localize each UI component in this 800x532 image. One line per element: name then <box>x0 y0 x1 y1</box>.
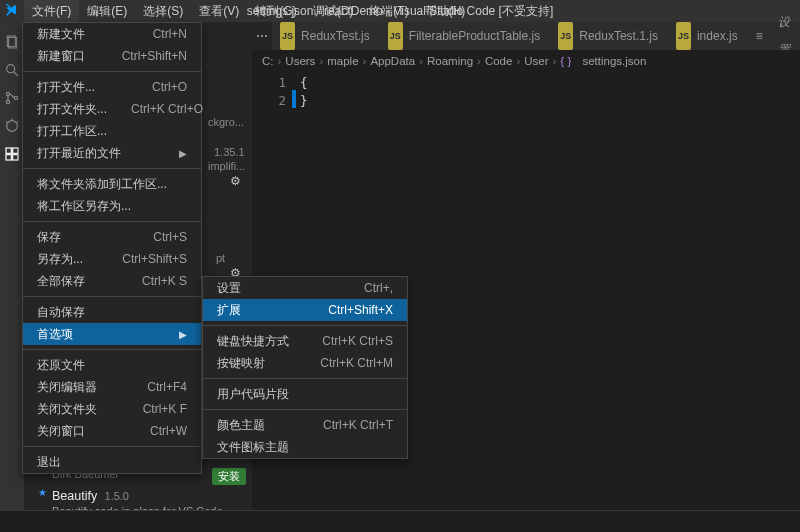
crumb[interactable]: User <box>524 55 548 67</box>
menu-row[interactable]: 打开文件夹...Ctrl+K Ctrl+O <box>23 98 201 120</box>
menu-row[interactable]: 将文件夹添加到工作区... <box>23 173 201 195</box>
crumb[interactable]: Code <box>485 55 513 67</box>
menu-shortcut: Ctrl+F4 <box>147 380 187 394</box>
menu-row-label: 自动保存 <box>37 304 85 321</box>
more-tabs-icon[interactable]: ⋯ <box>252 22 272 50</box>
menu-shortcut: Ctrl+Shift+N <box>122 49 187 63</box>
code-line: } <box>300 92 308 110</box>
settings-icon: ≡ <box>756 22 763 50</box>
menu-row-label: 打开文件... <box>37 79 95 96</box>
menu-shortcut: Ctrl+K Ctrl+S <box>322 334 393 348</box>
submenu-arrow-icon: ▶ <box>179 148 187 159</box>
line-number: 2 <box>252 92 286 110</box>
star-icon: ★ <box>38 487 47 498</box>
menu-row[interactable]: 还原文件 <box>23 354 201 376</box>
crumb[interactable]: { } settings.json <box>560 55 646 67</box>
menu-row-label: 按键映射 <box>217 355 265 372</box>
menu-row[interactable]: 用户代码片段 <box>203 383 407 405</box>
crumb[interactable]: Roaming <box>427 55 473 67</box>
crumb[interactable]: Users <box>285 55 315 67</box>
menu-row[interactable]: 新建文件Ctrl+N <box>23 23 201 45</box>
crumb[interactable]: C: <box>262 55 274 67</box>
menu-row-label: 键盘快捷方式 <box>217 333 289 350</box>
menu-row[interactable]: 设置Ctrl+, <box>203 277 407 299</box>
svg-line-3 <box>14 72 18 76</box>
code-content[interactable]: { } <box>300 74 308 110</box>
activity-debug-icon[interactable] <box>0 112 24 140</box>
tab[interactable]: JSReduxTest.1.js <box>550 22 668 50</box>
tab-settings[interactable]: ≡ 设置 <box>748 22 800 50</box>
menu-row[interactable]: 关闭编辑器Ctrl+F4 <box>23 376 201 398</box>
menu-row[interactable]: 保存Ctrl+S <box>23 226 201 248</box>
svg-point-2 <box>7 65 15 73</box>
crumb[interactable]: maple <box>327 55 358 67</box>
svg-point-4 <box>6 92 9 95</box>
js-icon: JS <box>676 22 691 50</box>
menu-row[interactable]: 全部保存Ctrl+K S <box>23 270 201 292</box>
tab-label: ReduxTest.js <box>301 22 370 50</box>
menu-row-label: 新建窗口 <box>37 48 85 65</box>
menu-row-label: 将工作区另存为... <box>37 198 131 215</box>
tab[interactable]: JSReduxTest.js <box>272 22 380 50</box>
menu-row[interactable]: 打开文件...Ctrl+O <box>23 76 201 98</box>
menu-row-label: 用户代码片段 <box>217 386 289 403</box>
menu-terminal[interactable]: 终端(T) <box>361 0 416 22</box>
menu-row[interactable]: 首选项▶ <box>23 323 201 345</box>
menu-row-label: 保存 <box>37 229 61 246</box>
menu-shortcut: Ctrl+K Ctrl+O <box>131 102 203 116</box>
menu-row[interactable]: 按键映射Ctrl+K Ctrl+M <box>203 352 407 374</box>
activity-scm-icon[interactable] <box>0 84 24 112</box>
menu-row[interactable]: 关闭文件夹Ctrl+K F <box>23 398 201 420</box>
menu-shortcut: Ctrl+Shift+X <box>328 303 393 317</box>
menu-file[interactable]: 文件(F) <box>24 0 79 22</box>
menu-row[interactable]: 扩展Ctrl+Shift+X <box>203 299 407 321</box>
js-icon: JS <box>558 22 573 50</box>
title-bar: 文件(F) 编辑(E) 选择(S) 查看(V) 转到(G) 调试(D) 终端(T… <box>0 0 800 22</box>
menu-row-label: 扩展 <box>217 302 241 319</box>
vscode-logo-icon <box>4 3 20 19</box>
menu-row[interactable]: 将工作区另存为... <box>23 195 201 217</box>
crumb[interactable]: AppData <box>370 55 415 67</box>
activity-search-icon[interactable] <box>0 56 24 84</box>
menu-edit[interactable]: 编辑(E) <box>79 0 135 22</box>
menu-view[interactable]: 查看(V) <box>191 0 247 22</box>
menu-row[interactable]: 打开工作区... <box>23 120 201 142</box>
menu-row[interactable]: 自动保存 <box>23 301 201 323</box>
svg-point-5 <box>6 100 9 103</box>
svg-rect-13 <box>13 155 18 160</box>
menu-row[interactable]: 新建窗口Ctrl+Shift+N <box>23 45 201 67</box>
svg-line-10 <box>17 121 18 122</box>
menu-row-label: 打开最近的文件 <box>37 145 121 162</box>
menu-shortcut: Ctrl+S <box>153 230 187 244</box>
menu-row[interactable]: 打开最近的文件▶ <box>23 142 201 164</box>
menu-shortcut: Ctrl+N <box>153 27 187 41</box>
menu-row[interactable]: 颜色主题Ctrl+K Ctrl+T <box>203 414 407 436</box>
breadcrumb[interactable]: C:› Users› maple› AppData› Roaming› Code… <box>252 50 800 72</box>
activity-explorer-icon[interactable] <box>0 28 24 56</box>
menu-row[interactable]: 退出 <box>23 451 201 473</box>
gear-icon[interactable]: ⚙ <box>230 174 241 188</box>
menu-row[interactable]: 键盘快捷方式Ctrl+K Ctrl+S <box>203 330 407 352</box>
activity-extensions-icon[interactable] <box>0 140 24 168</box>
tab[interactable]: JSindex.js <box>668 22 748 50</box>
menu-row[interactable]: 另存为...Ctrl+Shift+S <box>23 248 201 270</box>
menu-selection[interactable]: 选择(S) <box>135 0 191 22</box>
file-menu-popup: 新建文件Ctrl+N新建窗口Ctrl+Shift+N打开文件...Ctrl+O打… <box>22 22 202 474</box>
menu-row-label: 颜色主题 <box>217 417 265 434</box>
menu-row-label: 关闭窗口 <box>37 423 85 440</box>
svg-rect-12 <box>6 155 11 160</box>
menu-row[interactable]: 关闭窗口Ctrl+W <box>23 420 201 442</box>
menu-help[interactable]: 帮助(H) <box>417 0 474 22</box>
menu-row-label: 文件图标主题 <box>217 439 289 456</box>
menu-shortcut: Ctrl+W <box>150 424 187 438</box>
tab[interactable]: JSFilterableProductTable.js <box>380 22 550 50</box>
truncated-text: ckgro... <box>208 116 244 128</box>
menu-go[interactable]: 转到(G) <box>247 0 304 22</box>
menu-debug[interactable]: 调试(D) <box>305 0 362 22</box>
submenu-arrow-icon: ▶ <box>179 329 187 340</box>
extension-item[interactable]: ★ Beautify 1.5.0 Beautify code in place … <box>24 485 252 510</box>
status-bar <box>0 510 800 532</box>
extension-name: Beautify <box>52 489 97 503</box>
js-icon: JS <box>388 22 403 50</box>
menu-row[interactable]: 文件图标主题 <box>203 436 407 458</box>
